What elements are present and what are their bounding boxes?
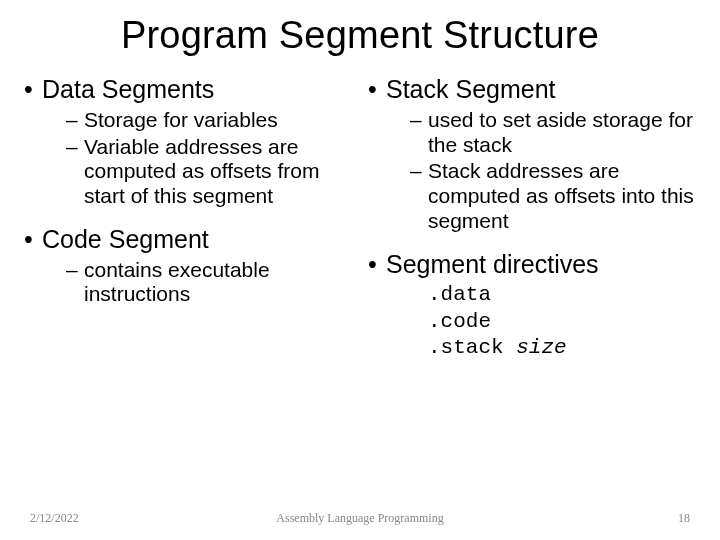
bullet-segment-directives: Segment directives	[368, 250, 696, 279]
bullet-data-segments: Data Segments	[24, 75, 352, 104]
footer: 2/12/2022 Assembly Language Programming …	[0, 511, 720, 526]
subbullet-stack-addresses: Stack addresses are computed as offsets …	[368, 159, 696, 233]
footer-date: 2/12/2022	[0, 511, 248, 526]
slide-body: Data Segments Storage for variables Vari…	[0, 57, 720, 361]
slide: Program Segment Structure Data Segments …	[0, 0, 720, 540]
left-column: Data Segments Storage for variables Vari…	[24, 65, 360, 361]
right-column: Stack Segment used to set aside storage …	[360, 65, 696, 361]
subbullet-executable-instructions: contains executable instructions	[24, 258, 352, 308]
slide-title: Program Segment Structure	[0, 0, 720, 57]
directive-stack: .stack size	[428, 335, 696, 361]
subbullet-variable-addresses: Variable addresses are computed as offse…	[24, 135, 352, 209]
directive-stack-kw: .stack	[428, 336, 516, 359]
bullet-stack-segment: Stack Segment	[368, 75, 696, 104]
subbullet-stack-storage: used to set aside storage for the stack	[368, 108, 696, 158]
bullet-code-segment: Code Segment	[24, 225, 352, 254]
directive-stack-size: size	[516, 336, 566, 359]
footer-title: Assembly Language Programming	[248, 511, 472, 526]
footer-page: 18	[472, 511, 720, 526]
directive-block: .data .code .stack size	[368, 282, 696, 361]
directive-data: .data	[428, 282, 696, 308]
subbullet-storage-variables: Storage for variables	[24, 108, 352, 133]
directive-code: .code	[428, 309, 696, 335]
